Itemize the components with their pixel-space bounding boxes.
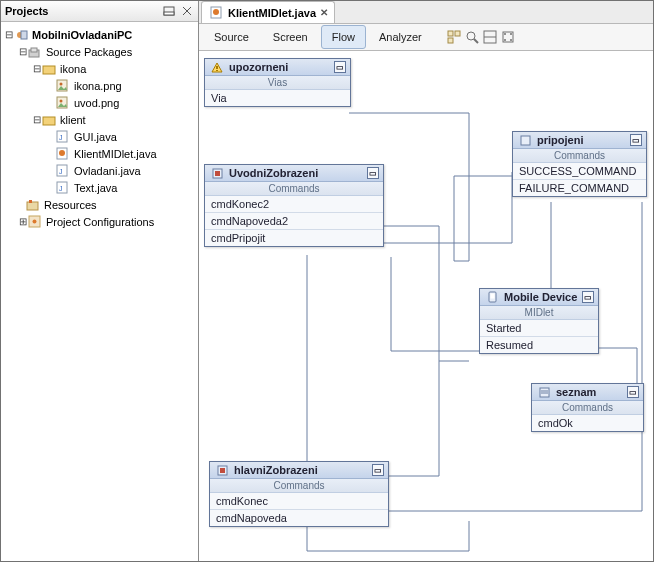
image-file-icon bbox=[55, 96, 71, 110]
svg-rect-41 bbox=[216, 70, 218, 71]
node-row[interactable]: cmdNapoveda bbox=[210, 510, 388, 526]
svg-rect-23 bbox=[29, 200, 32, 203]
svg-rect-30 bbox=[448, 38, 453, 43]
node-row[interactable]: Resumed bbox=[480, 337, 598, 353]
collapse-icon[interactable]: ⊟ bbox=[33, 63, 41, 74]
tree-file-klientmidlet-java[interactable]: KlientMIDlet.java bbox=[3, 145, 196, 162]
tree-src-packages[interactable]: ⊟ Source Packages bbox=[3, 43, 196, 60]
tree-file-ovladani-java[interactable]: J Ovladani.java bbox=[3, 162, 196, 179]
screen-icon bbox=[214, 463, 230, 477]
screen-icon bbox=[536, 385, 552, 399]
source-packages-icon bbox=[27, 45, 43, 59]
svg-rect-13 bbox=[43, 117, 55, 125]
svg-line-32 bbox=[474, 39, 478, 43]
project-icon bbox=[13, 28, 29, 42]
svg-point-12 bbox=[60, 100, 63, 103]
config-icon bbox=[27, 215, 43, 229]
svg-rect-40 bbox=[216, 66, 218, 69]
zoom-icon[interactable] bbox=[465, 29, 481, 45]
svg-point-37 bbox=[510, 33, 512, 35]
editor-tab[interactable]: KlientMIDlet.java ✕ bbox=[201, 1, 335, 23]
svg-rect-44 bbox=[215, 171, 220, 176]
java-file-icon: J bbox=[55, 130, 71, 144]
overview-icon[interactable] bbox=[447, 29, 463, 45]
tree-resources[interactable]: Resources bbox=[3, 196, 196, 213]
node-row[interactable]: cmdKonec bbox=[210, 493, 388, 510]
device-icon bbox=[484, 290, 500, 304]
svg-rect-51 bbox=[220, 468, 225, 473]
svg-point-27 bbox=[213, 9, 219, 15]
minimize-node-icon[interactable]: ▭ bbox=[372, 464, 384, 476]
svg-rect-29 bbox=[455, 31, 460, 36]
tree-file-ikona-png[interactable]: ikona.png bbox=[3, 77, 196, 94]
node-row[interactable]: FAILURE_COMMAND bbox=[513, 180, 646, 196]
mode-screen[interactable]: Screen bbox=[262, 25, 319, 49]
tree-project-config[interactable]: ⊞ Project Configurations bbox=[3, 213, 196, 230]
tree-pkg-klient[interactable]: ⊟ klient bbox=[3, 111, 196, 128]
node-hlavni[interactable]: hlavniZobrazeni▭ Commands cmdKonec cmdNa… bbox=[209, 461, 389, 527]
minimize-node-icon[interactable]: ▭ bbox=[582, 291, 594, 303]
tree-file-uvod-png[interactable]: uvod.png bbox=[3, 94, 196, 111]
minimize-node-icon[interactable]: ▭ bbox=[334, 61, 346, 73]
svg-text:J: J bbox=[59, 168, 63, 175]
image-file-icon bbox=[55, 79, 71, 93]
tree-file-gui-java[interactable]: J GUI.java bbox=[3, 128, 196, 145]
layout-icon[interactable] bbox=[483, 29, 499, 45]
svg-text:J: J bbox=[59, 185, 63, 192]
svg-text:J: J bbox=[59, 134, 63, 141]
svg-point-39 bbox=[510, 39, 512, 41]
projects-header: Projects bbox=[1, 1, 198, 22]
snap-icon[interactable] bbox=[501, 29, 517, 45]
svg-rect-5 bbox=[21, 31, 27, 39]
node-row[interactable]: cmdKonec2 bbox=[205, 196, 383, 213]
node-row[interactable]: cmdPripojit bbox=[205, 230, 383, 246]
svg-rect-7 bbox=[31, 48, 37, 52]
tree-file-text-java[interactable]: J Text.java bbox=[3, 179, 196, 196]
node-row[interactable]: cmdOk bbox=[532, 415, 643, 431]
screen-icon bbox=[209, 166, 225, 180]
node-seznam[interactable]: seznam▭ Commands cmdOk bbox=[531, 383, 644, 432]
node-row[interactable]: SUCCESS_COMMAND bbox=[513, 163, 646, 180]
svg-point-10 bbox=[60, 83, 63, 86]
node-mobile-device[interactable]: Mobile Device▭ MIDlet Started Resumed bbox=[479, 288, 599, 354]
node-uvodni[interactable]: UvodniZobrazeni▭ Commands cmdKonec2 cmdN… bbox=[204, 164, 384, 247]
java-file-icon: J bbox=[55, 164, 71, 178]
flow-canvas[interactable]: upozorneni▭ Vias Via pripojeni▭ Commands… bbox=[199, 51, 653, 561]
projects-panel: Projects ⊟ MobilniOvladaniPC ⊟ Source Pa… bbox=[1, 1, 199, 561]
expand-icon[interactable]: ⊞ bbox=[19, 216, 27, 227]
svg-point-31 bbox=[467, 32, 475, 40]
tree-root[interactable]: ⊟ MobilniOvladaniPC bbox=[3, 26, 196, 43]
alert-icon bbox=[209, 60, 225, 74]
java-file-icon: J bbox=[55, 181, 71, 195]
mode-flow[interactable]: Flow bbox=[321, 25, 366, 49]
svg-rect-22 bbox=[27, 202, 38, 210]
minimize-node-icon[interactable]: ▭ bbox=[627, 386, 639, 398]
close-panel-icon[interactable] bbox=[180, 4, 194, 18]
tab-close-icon[interactable]: ✕ bbox=[320, 7, 328, 18]
node-upozorneni[interactable]: upozorneni▭ Vias Via bbox=[204, 58, 351, 107]
svg-point-17 bbox=[59, 150, 65, 156]
svg-rect-1 bbox=[164, 12, 174, 15]
projects-title: Projects bbox=[5, 5, 48, 17]
collapse-icon[interactable]: ⊟ bbox=[19, 46, 27, 57]
minimize-node-icon[interactable]: ▭ bbox=[367, 167, 379, 179]
node-pripojeni[interactable]: pripojeni▭ Commands SUCCESS_COMMAND FAIL… bbox=[512, 131, 647, 197]
package-icon bbox=[41, 113, 57, 127]
resources-icon bbox=[25, 198, 41, 212]
minimize-node-icon[interactable]: ▭ bbox=[630, 134, 642, 146]
node-row[interactable]: Started bbox=[480, 320, 598, 337]
screen-icon bbox=[517, 133, 533, 147]
midlet-file-icon bbox=[55, 147, 71, 161]
editor-tabbar: KlientMIDlet.java ✕ bbox=[199, 1, 653, 24]
project-tree: ⊟ MobilniOvladaniPC ⊟ Source Packages ⊟ … bbox=[1, 22, 198, 234]
collapse-icon[interactable]: ⊟ bbox=[5, 29, 13, 40]
collapse-icon[interactable]: ⊟ bbox=[33, 114, 41, 125]
tree-pkg-ikona[interactable]: ⊟ ikona bbox=[3, 60, 196, 77]
mode-source[interactable]: Source bbox=[203, 25, 260, 49]
node-row[interactable]: Via bbox=[205, 90, 350, 106]
node-row[interactable]: cmdNapoveda2 bbox=[205, 213, 383, 230]
package-icon bbox=[41, 62, 57, 76]
svg-point-25 bbox=[33, 220, 37, 224]
minimize-icon[interactable] bbox=[162, 4, 176, 18]
mode-analyzer[interactable]: Analyzer bbox=[368, 25, 433, 49]
